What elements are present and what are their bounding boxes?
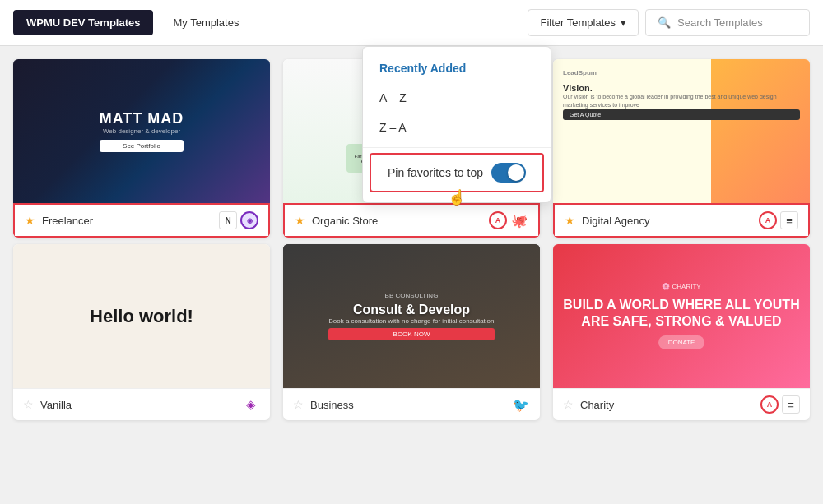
digital-sub: Our vision is to become a global leader … [563,93,800,109]
digital-name: Digital Agency [582,215,752,227]
charity-label-row: ☆ Charity A ≡ [553,388,810,420]
layers-icon: ◉ [240,211,258,229]
organic-name: Organic Store [312,215,482,227]
tab-my-templates[interactable]: My Templates [160,10,252,35]
pin-favorites-toggle[interactable] [491,163,526,183]
search-box[interactable]: 🔍 Search Templates [645,9,810,36]
toggle-knob [508,164,524,181]
notion-icon: N [219,211,237,229]
business-name: Business [310,399,505,411]
charity-star[interactable]: ☆ [563,398,574,411]
charity-plugins: A ≡ [760,395,800,414]
charity-logo: 🌸 CHARITY [662,283,700,290]
business-star[interactable]: ☆ [293,398,304,411]
digital-logo: LeadSpum [563,69,800,76]
charity-title: BUILD A WORLD WHERE ALL YOUTH ARE SAFE, … [563,297,800,328]
app-header: WPMU DEV Templates My Templates Filter T… [0,0,823,46]
business-cta: BOOK NOW [328,328,494,340]
business-title: Consult & Develop [328,303,494,317]
freelancer-name: Freelancer [42,215,212,227]
divi-icon-2: ◈ [242,395,260,414]
elementor-icon-2: ≡ [782,395,800,414]
digital-label-row: ★ Digital Agency A ≡ [553,203,810,238]
organic-label-row: ★ Organic Store A 🐙 [283,203,540,238]
avada-icon: A [489,211,507,229]
business-logo: BB CONSULTING [328,292,494,299]
digital-plugins: A ≡ [759,211,798,229]
divi-icon: 🐙 [510,211,528,229]
freelancer-title: MATT MAD [100,110,184,127]
business-thumbnail: BB CONSULTING Consult & Develop Book a c… [283,244,540,388]
sort-dropdown: Recently Added A – Z Z – A Pin favorites… [362,46,551,203]
tab-wpmu-dev[interactable]: WPMU DEV Templates [13,10,153,35]
filter-button[interactable]: Filter Templates ▾ [528,9,639,36]
pin-favorites-label: Pin favorites to top [388,166,483,179]
elementor-icon: ≡ [780,211,798,229]
digital-title: Vision. [563,83,800,93]
freelancer-thumbnail: MATT MAD Web designer & developer See Po… [13,59,270,203]
avada-icon-3: A [760,395,779,414]
digital-star[interactable]: ★ [565,214,575,227]
avada-icon-2: A [759,211,777,229]
vanilla-label-row: ☆ Vanilla ◈ [13,388,270,420]
chevron-down-icon: ▾ [621,16,626,29]
template-row-2: Hello world! ☆ Vanilla ◈ BB CONSULTING C… [13,244,810,420]
business-sub: Book a consultation with no charge for i… [328,317,494,325]
charity-cta: DONATE [658,335,705,349]
freelancer-sub: Web designer & developer [100,127,184,135]
business-plugins: 🐦 [512,395,530,414]
dropdown-a-z[interactable]: A – Z [363,83,551,113]
dropdown-recently-added[interactable]: Recently Added [363,53,551,83]
cursor: ☝ [448,188,466,206]
search-placeholder: Search Templates [677,16,763,29]
vanilla-star[interactable]: ☆ [23,398,34,411]
template-card-charity[interactable]: 🌸 CHARITY BUILD A WORLD WHERE ALL YOUTH … [553,244,810,420]
template-card-freelancer[interactable]: MATT MAD Web designer & developer See Po… [13,59,270,238]
search-icon: 🔍 [658,16,671,29]
filter-label: Filter Templates [540,16,616,29]
template-card-business[interactable]: BB CONSULTING Consult & Develop Book a c… [283,244,540,420]
vanilla-text: Hello world! [90,306,193,327]
vanilla-thumbnail: Hello world! [13,244,270,388]
organic-star[interactable]: ★ [295,214,305,227]
bird-icon: 🐦 [512,395,530,414]
vanilla-plugins: ◈ [242,395,260,414]
digital-cta: Get A Quote [563,109,800,120]
vanilla-name: Vanilla [40,399,235,411]
charity-thumbnail: 🌸 CHARITY BUILD A WORLD WHERE ALL YOUTH … [553,244,810,388]
freelancer-plugins: N ◉ [219,211,258,229]
dropdown-z-a[interactable]: Z – A [363,113,551,142]
digital-thumbnail: LeadSpum Vision. Our vision is to become… [553,59,810,203]
template-card-vanilla[interactable]: Hello world! ☆ Vanilla ◈ [13,244,270,420]
freelancer-star[interactable]: ★ [25,214,35,227]
pin-favorites-row: Pin favorites to top [370,153,544,192]
organic-plugins: A 🐙 [489,211,528,229]
charity-name: Charity [580,399,754,411]
freelancer-label-row: ★ Freelancer N ◉ [13,203,270,238]
freelancer-cta: See Portfolio [100,140,184,152]
template-card-digital[interactable]: LeadSpum Vision. Our vision is to become… [553,59,810,238]
business-label-row: ☆ Business 🐦 [283,388,540,420]
